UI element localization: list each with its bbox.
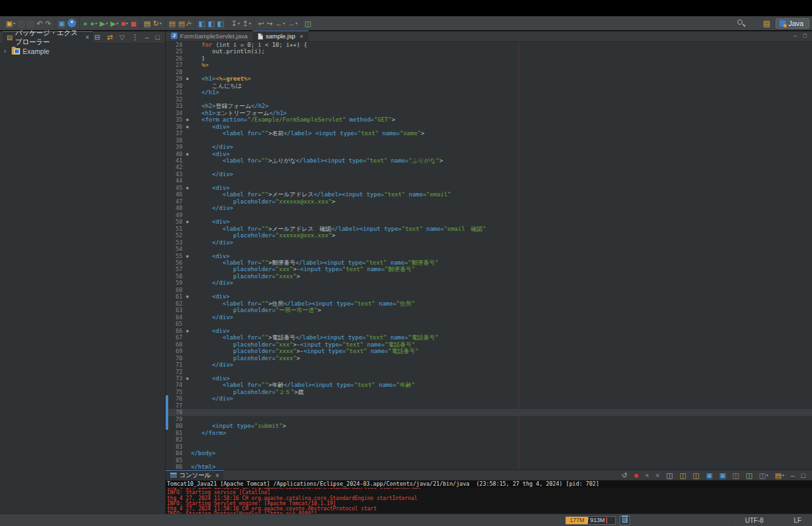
undo-icon[interactable]: ↶ (35, 18, 44, 29)
word-wrap-icon[interactable]: ◫ (691, 469, 700, 481)
code-line-35[interactable]: 35● <form action="/Example/FormSampleSer… (166, 116, 812, 123)
code-line-29[interactable]: 29● <h1><%=greet%> (166, 75, 812, 82)
search-icon[interactable] (737, 19, 746, 28)
heap-status-widget[interactable]: ⋮ 177M / 913M (557, 514, 630, 526)
code-line-32[interactable]: 32 (166, 96, 812, 103)
code-line-61[interactable]: 61● <div> (166, 293, 812, 300)
code-line-62[interactable]: 62 <label for="">住所</label><input type="… (166, 300, 812, 307)
editor-tab-FormSampleServlet.java[interactable]: JFormSampleServlet.java (166, 31, 253, 41)
scroll-lock-icon[interactable]: ◫ (678, 469, 687, 481)
maximize-icon[interactable]: □ (154, 31, 161, 43)
code-line-67[interactable]: 67 <label for="">電話番号</label><input type… (166, 334, 812, 341)
filter-icon[interactable]: ▽ (118, 31, 126, 43)
show-console-stdout-icon[interactable]: ▣ (718, 469, 727, 481)
close-icon[interactable]: × (85, 34, 89, 41)
open-perspective-icon[interactable]: ▤ (763, 19, 770, 28)
code-line-37[interactable]: 37 <label for="">名前</label> <input type=… (166, 130, 812, 137)
code-line-75[interactable]: 75 placeholder="２５">歳 (166, 389, 812, 395)
code-line-76[interactable]: 76 </div> (166, 395, 812, 402)
code-line-66[interactable]: 66● <div> (166, 328, 812, 334)
code-line-30[interactable]: 30 こんにちは (166, 83, 812, 89)
build-refresh-icon[interactable]: ↻▾ (152, 18, 163, 29)
code-line-65[interactable]: 65 (166, 321, 812, 327)
close-icon[interactable]: × (299, 33, 303, 40)
code-line-86[interactable]: 86</html> (166, 464, 812, 469)
code-line-53[interactable]: 53 </div> (166, 239, 812, 246)
profile-icon[interactable]: ▶▾ (109, 18, 120, 29)
code-line-74[interactable]: 74 <label for="">年齢</label><input type="… (166, 382, 812, 388)
chevron-right-icon[interactable]: › (4, 47, 9, 55)
code-line-24[interactable]: 24 for (int i = 0; i < 10; i++) { (166, 42, 812, 48)
new-interface-icon[interactable]: ◧ (207, 18, 216, 29)
minimize-icon[interactable]: – (794, 33, 797, 39)
display-selected-console-icon[interactable]: ◫▾ (757, 469, 769, 481)
code-line-46[interactable]: 46 <label for="">メールアドレス</label><input t… (166, 191, 812, 198)
code-line-73[interactable]: 73● <div> (166, 375, 812, 382)
link-with-editor-icon[interactable]: ⇄ (106, 31, 114, 43)
java-perspective-button[interactable]: Java (776, 18, 809, 29)
folding-marker-icon[interactable]: ● (184, 124, 191, 130)
view-menu-icon[interactable]: ⋮ (130, 31, 140, 43)
code-line-47[interactable]: 47 placeholder="xxxxxx@xxx.xxx"> (166, 198, 812, 205)
code-line-54[interactable]: 54 (166, 246, 812, 252)
code-line-77[interactable]: 77 (166, 402, 812, 409)
code-line-52[interactable]: 52 placeholder="xxxxxx@xxx.xxx"> (166, 232, 812, 239)
code-line-45[interactable]: 45● <div> (166, 185, 812, 191)
code-line-41[interactable]: 41 <label for="">ふりがな</label><input type… (166, 157, 812, 164)
maximize-icon[interactable]: □ (804, 33, 807, 39)
folding-marker-icon[interactable]: ● (184, 293, 191, 300)
relaunch-icon[interactable]: ◼ (129, 18, 138, 29)
remove-all-launches-icon[interactable]: × (654, 469, 661, 481)
code-line-69[interactable]: 69 placeholder="xxxx">-<input type="text… (166, 348, 812, 354)
terminate-icon[interactable]: ■ (633, 469, 640, 481)
new-package-icon[interactable]: ◧ (216, 18, 225, 29)
code-line-43[interactable]: 43 </div> (166, 171, 812, 178)
maximize-icon[interactable]: □ (800, 469, 807, 481)
code-line-59[interactable]: 59 </div> (166, 280, 812, 286)
open-type-icon[interactable]: ▤ (168, 18, 177, 29)
code-line-64[interactable]: 64 </div> (166, 314, 812, 321)
back-history-icon[interactable]: ←▾ (274, 18, 286, 29)
code-line-48[interactable]: 48 </div> (166, 205, 812, 211)
close-icon[interactable]: × (215, 472, 219, 479)
save-console-output-icon[interactable]: ◫ (731, 469, 741, 481)
tree-item-example[interactable]: › Example (4, 46, 165, 56)
package-explorer-tab[interactable]: ▤ パッケージ・エクスプローラー × (3, 31, 93, 44)
code-line-72[interactable]: 72 (166, 369, 812, 375)
code-line-80[interactable]: 80 <input type="submit"> (166, 423, 812, 429)
line-ending-status[interactable]: LF (794, 514, 802, 526)
code-line-57[interactable]: 57 placeholder="xxx">-<input type="text"… (166, 266, 812, 272)
code-line-71[interactable]: 71 </div> (166, 362, 812, 368)
folding-marker-icon[interactable]: ● (184, 185, 191, 191)
code-line-40[interactable]: 40● <div> (166, 151, 812, 157)
code-line-36[interactable]: 36● <div> (166, 124, 812, 130)
next-edit-icon[interactable]: ↪ (265, 18, 273, 29)
open-web-browser-icon[interactable]: ◫ (303, 18, 312, 29)
instruction-pointer-icon[interactable]: ↥▾ (241, 18, 252, 29)
code-line-44[interactable]: 44 (166, 178, 812, 184)
code-line-68[interactable]: 68 placeholder="xxx">-<input type="text"… (166, 341, 812, 348)
start-server-icon[interactable]: ● (82, 18, 89, 29)
open-launch-config-icon[interactable]: ◫ (744, 469, 754, 481)
run-garbage-collector-button[interactable] (620, 516, 630, 525)
code-line-56[interactable]: 56 <label for="">郵便番号</label><input type… (166, 259, 812, 266)
code-line-84[interactable]: 84</body> (166, 450, 812, 456)
code-line-78[interactable]: 78 (166, 409, 812, 415)
relaunch-console-icon[interactable]: ↺ (620, 469, 629, 481)
folding-marker-icon[interactable]: ● (184, 328, 191, 334)
annotate-pencil-icon[interactable]: ∕▾ (186, 18, 193, 29)
save-all-icon[interactable]: ◫ (26, 18, 35, 29)
save-icon[interactable]: ◫ (16, 18, 25, 29)
code-line-39[interactable]: 39 </div> (166, 144, 812, 150)
code-line-33[interactable]: 33 <h2>登録フォーム</h2> (166, 103, 812, 109)
code-line-26[interactable]: 26 } (166, 55, 812, 62)
code-line-25[interactable]: 25 out.println(i); (166, 48, 812, 55)
code-line-85[interactable]: 85 (166, 457, 812, 464)
code-line-28[interactable]: 28 (166, 69, 812, 75)
minimize-icon[interactable]: – (789, 469, 796, 481)
encoding-status[interactable]: ⋮ UTF-8 (733, 514, 763, 526)
editor-tab-sample.jsp[interactable]: sample.jsp× (253, 31, 309, 41)
folding-marker-icon[interactable]: ● (184, 218, 191, 225)
new-class-icon[interactable]: ◧ (197, 18, 207, 29)
pin-console-icon[interactable]: ▣ (705, 469, 714, 481)
